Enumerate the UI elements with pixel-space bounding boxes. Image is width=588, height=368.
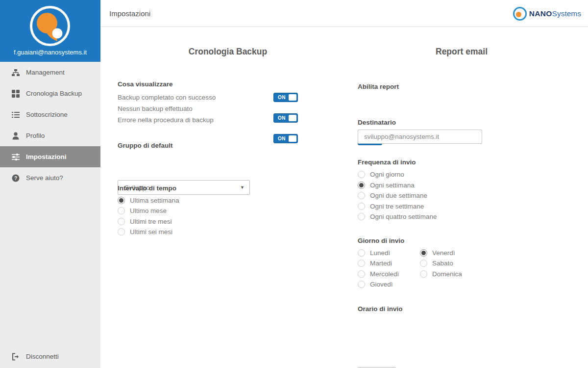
toggle-knob <box>289 94 296 101</box>
sidebar-item-disconnetti[interactable]: Disconnetti <box>0 346 100 367</box>
user-email: f.guaiani@nanosystems.it <box>0 49 100 56</box>
list-icon <box>11 110 20 119</box>
radio-label: Ultimo mese <box>130 207 167 214</box>
label-gruppo-default: Gruppo di default <box>118 142 173 149</box>
radio-button[interactable] <box>358 213 365 220</box>
user-icon <box>11 131 20 140</box>
sign-out-icon <box>11 352 20 361</box>
toggle-state-label: ON <box>278 115 286 121</box>
destinatario-input[interactable] <box>358 130 482 144</box>
radio-button[interactable] <box>118 218 125 225</box>
radio-ogni-giorno[interactable]: Ogni giorno <box>358 170 404 178</box>
radio-button[interactable] <box>118 197 125 204</box>
radio-domenica[interactable]: Domenica <box>420 270 462 278</box>
radio-label: Ultimi sei mesi <box>130 228 172 236</box>
radio-button[interactable] <box>420 260 427 267</box>
toggle-label-errore-backup: Errore nella procedura di backup <box>118 116 214 124</box>
radio-button[interactable] <box>358 171 365 178</box>
sliders-icon <box>11 153 20 161</box>
label-destinatario: Destinatario <box>358 119 396 126</box>
radio-label: Lunedì <box>370 249 390 257</box>
radio-button[interactable] <box>358 249 365 257</box>
sidebar-item-sottoscrizione[interactable]: Sottoscrizione <box>0 104 100 125</box>
label-frequenza-invio: Frequenza di invio <box>358 158 416 166</box>
sidebar-item-label: Disconnetti <box>26 353 59 360</box>
sidebar-item-serve-aiuto[interactable]: ? Serve aiuto? <box>0 167 100 188</box>
radio-label: Ultima settimana <box>130 197 179 204</box>
radio-label: Giovedì <box>370 281 393 288</box>
sidebar: f.guaiani@nanosystems.it Management Cron… <box>0 0 100 368</box>
brand-logo: NANOSystems <box>512 6 581 22</box>
radio-label: Ogni giorno <box>370 171 404 178</box>
sidebar-item-label: Impostazioni <box>26 153 67 160</box>
sidebar-item-profilo[interactable]: Profilo <box>0 125 100 146</box>
radio-label: Ultimi tre mesi <box>130 218 172 225</box>
toggle-state-label: ON <box>278 95 286 100</box>
radio-mercoledi[interactable]: Mercoledì <box>358 270 399 278</box>
radio-label: Sabato <box>432 260 453 267</box>
grid-icon <box>11 89 20 98</box>
brand-name-nano: NANO <box>529 9 552 18</box>
chevron-down-icon: ▼ <box>240 185 245 190</box>
sidebar-item-cronologia-backup[interactable]: Cronologia Backup <box>0 83 100 104</box>
radio-ultimi-sei-mesi[interactable]: Ultimi sei mesi <box>118 228 172 236</box>
radio-ogni-quattro-settimane[interactable]: Ogni quattro settimane <box>358 212 437 220</box>
toggle-backup-completato[interactable]: ON <box>273 93 298 102</box>
radio-button[interactable] <box>358 192 365 199</box>
sidebar-menu: Management Cronologia Backup Sottoscrizi… <box>0 62 100 188</box>
sitemap-icon <box>11 68 20 77</box>
radio-button[interactable] <box>118 207 125 214</box>
toggle-label-backup-completato: Backup completato con successo <box>118 94 216 101</box>
radio-lunedi[interactable]: Lunedì <box>358 249 390 257</box>
question-icon: ? <box>11 174 20 182</box>
radio-label: Martedi <box>370 260 392 267</box>
radio-ultimi-tre-mesi[interactable]: Ultimi tre mesi <box>118 217 172 225</box>
radio-label: Mercoledì <box>370 270 399 278</box>
toggle-errore-backup[interactable]: ON <box>273 134 298 143</box>
user-avatar-logo <box>29 5 71 47</box>
section-title-report-email: Report email <box>358 47 565 57</box>
radio-venerdi[interactable]: Venerdì <box>420 249 455 257</box>
svg-text:?: ? <box>14 175 17 181</box>
radio-ultima-settimana[interactable]: Ultima settimana <box>118 196 179 204</box>
label-giorno-invio: Giorno di invio <box>358 237 404 244</box>
sidebar-item-management[interactable]: Management <box>0 62 100 83</box>
radio-label: Ogni tre settimane <box>370 203 424 210</box>
app-window: f.guaiani@nanosystems.it Management Cron… <box>0 0 588 368</box>
avatar-logo-icon <box>29 5 71 47</box>
radio-giovedi[interactable]: Giovedì <box>358 280 393 288</box>
sidebar-item-label: Management <box>26 69 65 76</box>
radio-ogni-due-settimane[interactable]: Ogni due settimane <box>358 191 427 199</box>
toggle-knob <box>289 135 296 142</box>
radio-ogni-tre-settimane[interactable]: Ogni tre settimane <box>358 202 424 210</box>
sidebar-user-header: f.guaiani@nanosystems.it <box>0 0 100 62</box>
toggle-knob <box>289 115 296 121</box>
radio-button[interactable] <box>358 203 365 210</box>
toggle-state-label: ON <box>278 136 286 141</box>
sidebar-item-label: Profilo <box>26 132 45 139</box>
radio-label: Ogni due settimane <box>370 192 427 199</box>
radio-button[interactable] <box>358 260 365 267</box>
radio-sabato[interactable]: Sabato <box>420 259 453 267</box>
radio-martedi[interactable]: Martedi <box>358 259 392 267</box>
radio-ultimo-mese[interactable]: Ultimo mese <box>118 207 167 214</box>
radio-label: Ogni settimana <box>370 182 415 189</box>
brand-circle-icon <box>512 6 528 22</box>
radio-label: Domenica <box>432 270 462 278</box>
toggle-nessun-backup[interactable]: ON <box>273 113 298 123</box>
toggle-label-nessun-backup: Nessun backup effettuato <box>118 105 193 112</box>
radio-button[interactable] <box>118 228 125 236</box>
radio-button[interactable] <box>358 281 365 288</box>
radio-button[interactable] <box>358 182 365 189</box>
radio-label: Ogni quattro settimane <box>370 213 437 220</box>
section-title-cronologia-backup: Cronologia Backup <box>118 47 338 57</box>
label-abilita-report: Abilita report <box>358 83 399 90</box>
brand-name-systems: Systems <box>552 9 581 18</box>
sidebar-item-impostazioni[interactable]: Impostazioni <box>0 146 100 167</box>
radio-button[interactable] <box>420 249 427 257</box>
radio-label: Venerdì <box>432 249 455 257</box>
radio-button[interactable] <box>420 270 427 278</box>
radio-ogni-settimana[interactable]: Ogni settimana <box>358 181 415 189</box>
sidebar-item-label: Sottoscrizione <box>26 111 68 118</box>
radio-button[interactable] <box>358 270 365 278</box>
